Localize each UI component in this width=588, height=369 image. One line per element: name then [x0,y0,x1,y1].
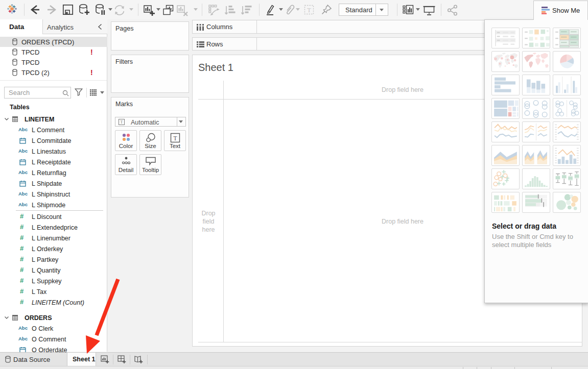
svg-text:T: T [307,7,311,14]
svg-text:T: T [121,120,123,125]
svg-text:T: T [173,135,177,141]
